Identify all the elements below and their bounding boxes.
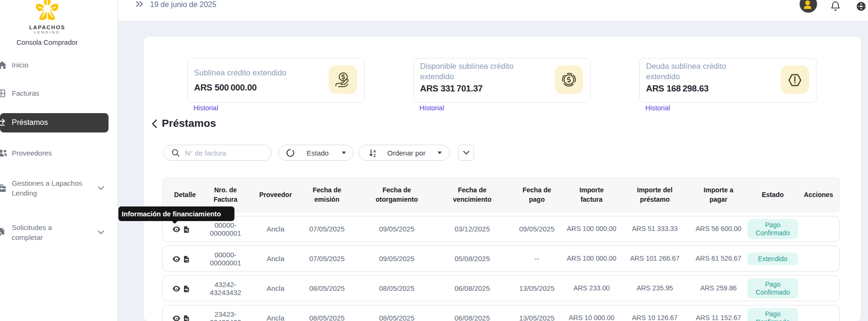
svg-text:Z: Z xyxy=(374,153,376,157)
